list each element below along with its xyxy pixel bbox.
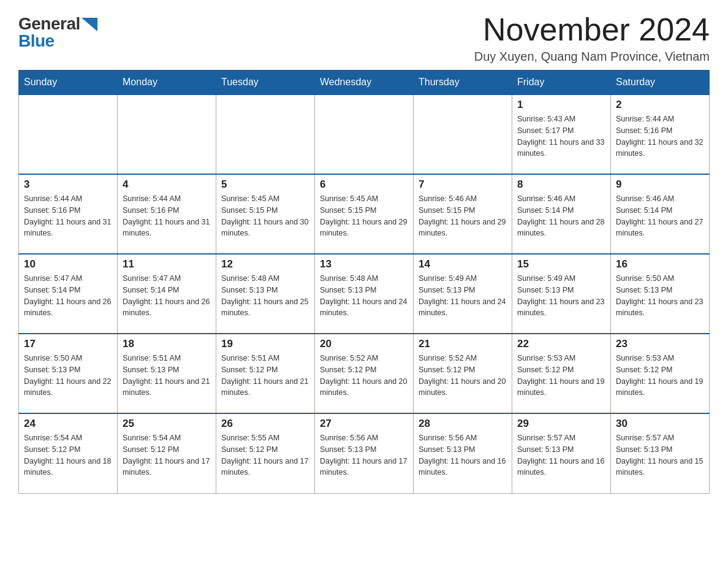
calendar-week-row: 1Sunrise: 5:43 AMSunset: 5:17 PMDaylight… (19, 94, 710, 174)
weekday-header-sunday: Sunday (19, 71, 118, 95)
day-info: Sunrise: 5:48 AMSunset: 5:13 PMDaylight:… (320, 273, 408, 319)
day-number: 20 (320, 338, 408, 350)
weekday-header-wednesday: Wednesday (315, 71, 414, 95)
day-number: 13 (320, 258, 408, 270)
calendar-cell: 29Sunrise: 5:57 AMSunset: 5:13 PMDayligh… (512, 413, 611, 493)
day-info: Sunrise: 5:46 AMSunset: 5:14 PMDaylight:… (517, 193, 605, 239)
calendar-cell (19, 94, 118, 174)
day-info: Sunrise: 5:52 AMSunset: 5:12 PMDaylight:… (419, 353, 507, 399)
day-number: 30 (616, 418, 704, 430)
calendar-cell: 19Sunrise: 5:51 AMSunset: 5:12 PMDayligh… (216, 334, 315, 413)
calendar-cell: 2Sunrise: 5:44 AMSunset: 5:16 PMDaylight… (611, 94, 710, 174)
calendar-cell: 18Sunrise: 5:51 AMSunset: 5:13 PMDayligh… (118, 334, 216, 413)
calendar-cell: 10Sunrise: 5:47 AMSunset: 5:14 PMDayligh… (19, 254, 118, 334)
day-number: 7 (419, 178, 507, 191)
day-info: Sunrise: 5:46 AMSunset: 5:14 PMDaylight:… (616, 193, 704, 239)
day-info: Sunrise: 5:52 AMSunset: 5:12 PMDaylight:… (320, 353, 408, 399)
day-info: Sunrise: 5:47 AMSunset: 5:14 PMDaylight:… (24, 273, 112, 319)
calendar-cell: 6Sunrise: 5:45 AMSunset: 5:15 PMDaylight… (315, 174, 414, 254)
calendar-header-row: SundayMondayTuesdayWednesdayThursdayFrid… (19, 71, 710, 95)
logo: General Blue (18, 12, 97, 50)
calendar-cell: 17Sunrise: 5:50 AMSunset: 5:13 PMDayligh… (19, 334, 118, 413)
weekday-header-monday: Monday (118, 71, 216, 95)
day-info: Sunrise: 5:50 AMSunset: 5:13 PMDaylight:… (24, 353, 112, 399)
day-number: 1 (517, 99, 605, 111)
calendar-cell: 13Sunrise: 5:48 AMSunset: 5:13 PMDayligh… (315, 254, 414, 334)
calendar-cell: 12Sunrise: 5:48 AMSunset: 5:13 PMDayligh… (216, 254, 315, 334)
calendar-cell: 23Sunrise: 5:53 AMSunset: 5:12 PMDayligh… (611, 334, 710, 413)
day-number: 19 (221, 338, 309, 350)
day-info: Sunrise: 5:44 AMSunset: 5:16 PMDaylight:… (24, 193, 112, 239)
day-info: Sunrise: 5:56 AMSunset: 5:13 PMDaylight:… (320, 432, 408, 478)
weekday-header-saturday: Saturday (611, 71, 710, 95)
calendar-cell: 25Sunrise: 5:54 AMSunset: 5:12 PMDayligh… (118, 413, 216, 493)
day-number: 16 (616, 258, 704, 270)
day-number: 22 (517, 338, 605, 350)
day-number: 14 (419, 258, 507, 270)
calendar-cell: 5Sunrise: 5:45 AMSunset: 5:15 PMDaylight… (216, 174, 315, 254)
day-info: Sunrise: 5:53 AMSunset: 5:12 PMDaylight:… (616, 353, 704, 399)
calendar-cell: 24Sunrise: 5:54 AMSunset: 5:12 PMDayligh… (19, 413, 118, 493)
calendar-cell: 14Sunrise: 5:49 AMSunset: 5:13 PMDayligh… (414, 254, 512, 334)
day-info: Sunrise: 5:50 AMSunset: 5:13 PMDaylight:… (616, 273, 704, 319)
calendar-cell: 30Sunrise: 5:57 AMSunset: 5:13 PMDayligh… (611, 413, 710, 493)
logo-blue-text: Blue (18, 33, 55, 50)
day-info: Sunrise: 5:57 AMSunset: 5:13 PMDaylight:… (517, 432, 605, 478)
day-number: 11 (123, 258, 211, 270)
day-number: 9 (616, 178, 704, 191)
day-number: 8 (517, 178, 605, 191)
calendar-cell: 9Sunrise: 5:46 AMSunset: 5:14 PMDaylight… (611, 174, 710, 254)
calendar-cell: 15Sunrise: 5:49 AMSunset: 5:13 PMDayligh… (512, 254, 611, 334)
day-number: 15 (517, 258, 605, 270)
day-info: Sunrise: 5:46 AMSunset: 5:15 PMDaylight:… (419, 193, 507, 239)
day-number: 28 (419, 418, 507, 430)
calendar-cell: 28Sunrise: 5:56 AMSunset: 5:13 PMDayligh… (414, 413, 512, 493)
logo-flag-icon (82, 18, 97, 31)
calendar-cell: 3Sunrise: 5:44 AMSunset: 5:16 PMDaylight… (19, 174, 118, 254)
day-number: 4 (123, 178, 211, 191)
weekday-header-friday: Friday (512, 71, 611, 95)
calendar-week-row: 3Sunrise: 5:44 AMSunset: 5:16 PMDaylight… (19, 174, 710, 254)
day-info: Sunrise: 5:44 AMSunset: 5:16 PMDaylight:… (123, 193, 211, 239)
calendar-week-row: 24Sunrise: 5:54 AMSunset: 5:12 PMDayligh… (19, 413, 710, 493)
day-number: 3 (24, 178, 112, 191)
day-number: 10 (24, 258, 112, 270)
day-number: 6 (320, 178, 408, 191)
day-info: Sunrise: 5:53 AMSunset: 5:12 PMDaylight:… (517, 353, 605, 399)
svg-marker-0 (82, 18, 97, 31)
weekday-header-tuesday: Tuesday (216, 71, 315, 95)
day-info: Sunrise: 5:49 AMSunset: 5:13 PMDaylight:… (419, 273, 507, 319)
calendar-cell: 16Sunrise: 5:50 AMSunset: 5:13 PMDayligh… (611, 254, 710, 334)
calendar-cell: 20Sunrise: 5:52 AMSunset: 5:12 PMDayligh… (315, 334, 414, 413)
day-info: Sunrise: 5:51 AMSunset: 5:13 PMDaylight:… (123, 353, 211, 399)
day-info: Sunrise: 5:47 AMSunset: 5:14 PMDaylight:… (123, 273, 211, 319)
calendar-cell: 8Sunrise: 5:46 AMSunset: 5:14 PMDaylight… (512, 174, 611, 254)
day-number: 17 (24, 338, 112, 350)
day-number: 23 (616, 338, 704, 350)
calendar-cell (118, 94, 216, 174)
calendar-cell: 27Sunrise: 5:56 AMSunset: 5:13 PMDayligh… (315, 413, 414, 493)
day-info: Sunrise: 5:49 AMSunset: 5:13 PMDaylight:… (517, 273, 605, 319)
calendar-cell (315, 94, 414, 174)
page-header: General Blue November 2024 Duy Xuyen, Qu… (18, 12, 710, 64)
day-number: 26 (221, 418, 309, 430)
day-number: 2 (616, 99, 704, 111)
calendar-cell (216, 94, 315, 174)
day-info: Sunrise: 5:57 AMSunset: 5:13 PMDaylight:… (616, 432, 704, 478)
day-number: 25 (123, 418, 211, 430)
day-info: Sunrise: 5:56 AMSunset: 5:13 PMDaylight:… (419, 432, 507, 478)
calendar-cell: 22Sunrise: 5:53 AMSunset: 5:12 PMDayligh… (512, 334, 611, 413)
day-number: 12 (221, 258, 309, 270)
weekday-header-thursday: Thursday (414, 71, 512, 95)
calendar-cell: 21Sunrise: 5:52 AMSunset: 5:12 PMDayligh… (414, 334, 512, 413)
day-number: 27 (320, 418, 408, 430)
calendar-table: SundayMondayTuesdayWednesdayThursdayFrid… (18, 70, 710, 494)
calendar-cell: 11Sunrise: 5:47 AMSunset: 5:14 PMDayligh… (118, 254, 216, 334)
day-number: 24 (24, 418, 112, 430)
day-number: 29 (517, 418, 605, 430)
day-info: Sunrise: 5:45 AMSunset: 5:15 PMDaylight:… (221, 193, 309, 239)
calendar-cell: 26Sunrise: 5:55 AMSunset: 5:12 PMDayligh… (216, 413, 315, 493)
title-section: November 2024 Duy Xuyen, Quang Nam Provi… (474, 12, 710, 64)
day-info: Sunrise: 5:45 AMSunset: 5:15 PMDaylight:… (320, 193, 408, 239)
day-info: Sunrise: 5:54 AMSunset: 5:12 PMDaylight:… (24, 432, 112, 478)
